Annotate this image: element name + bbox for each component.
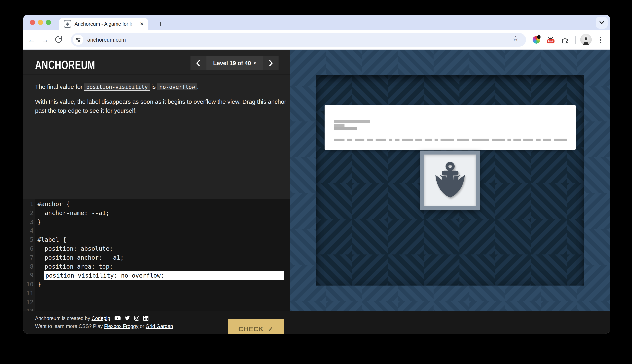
youtube-icon[interactable] bbox=[115, 316, 121, 320]
instagram-icon[interactable] bbox=[134, 316, 139, 321]
game-panel bbox=[290, 50, 610, 311]
line-number: 12 bbox=[23, 298, 34, 307]
browser-window: Anchoreum - A game for learn ✕ + ← → bbox=[23, 15, 610, 334]
next-level-button[interactable] bbox=[263, 56, 279, 70]
back-button[interactable]: ← bbox=[26, 35, 37, 45]
code-line: 4 bbox=[23, 226, 290, 235]
placeholder-dash bbox=[347, 138, 352, 141]
placeholder-dash bbox=[367, 138, 373, 141]
extension-with-na-badge-icon[interactable]: N/A bbox=[545, 35, 556, 45]
browser-tab[interactable]: Anchoreum - A game for learn ✕ bbox=[59, 18, 148, 30]
anchor-element[interactable] bbox=[420, 150, 480, 210]
code-line: 5 #label { bbox=[23, 235, 290, 244]
footer-credit-text: Anchoreum is created by Codepip bbox=[35, 316, 110, 321]
code-lines: 1 #anchor { 2 anchor-name: --a1; 3 } bbox=[23, 200, 290, 311]
close-window-button[interactable] bbox=[30, 20, 35, 25]
forward-button[interactable]: → bbox=[40, 35, 50, 45]
css-answer-input[interactable] bbox=[44, 271, 284, 280]
new-tab-button[interactable]: + bbox=[155, 19, 166, 29]
anchor-element-face bbox=[424, 154, 476, 206]
placeholder-text-bars bbox=[334, 118, 370, 130]
placeholder-dash bbox=[402, 138, 413, 141]
footer-learn-more-text: Want to learn more CSS? Play Flexbox Fro… bbox=[35, 324, 173, 329]
tab-close-icon[interactable]: ✕ bbox=[139, 21, 145, 27]
browser-toolbar: ← → anchoreum.com ☆ bbox=[23, 30, 610, 50]
check-icon: ✓ bbox=[268, 325, 274, 333]
code-text: position-area: top; bbox=[38, 262, 113, 271]
placeholder-dash bbox=[472, 138, 489, 141]
tab-title: Anchoreum - A game for learn bbox=[75, 21, 132, 27]
anchor-icon bbox=[433, 161, 468, 200]
p1-suffix: . bbox=[197, 84, 199, 90]
maximize-window-button[interactable] bbox=[46, 20, 51, 25]
bookmark-star-icon[interactable]: ☆ bbox=[512, 35, 518, 42]
line-number: 6 bbox=[23, 244, 34, 253]
linkedin-icon[interactable] bbox=[143, 316, 149, 321]
placeholder-dash bbox=[543, 138, 551, 141]
codepip-link[interactable]: Codepip bbox=[92, 316, 110, 321]
tab-strip: Anchoreum - A game for learn ✕ + bbox=[23, 15, 610, 30]
check-button[interactable]: CHECK ✓ bbox=[228, 320, 284, 334]
browser-menu-kebab-icon[interactable] bbox=[598, 35, 603, 45]
code-text: position: absolute; bbox=[38, 244, 113, 253]
code-term-position-visibility[interactable]: position-visibility bbox=[84, 84, 150, 91]
placeholder-bar bbox=[334, 120, 370, 123]
placeholder-dash bbox=[492, 138, 505, 141]
code-text: } bbox=[38, 218, 41, 226]
check-label: CHECK bbox=[239, 325, 264, 333]
code-text: #label { bbox=[38, 235, 66, 244]
code-text: anchor-name: --a1; bbox=[38, 209, 109, 218]
placeholder-bar bbox=[334, 127, 357, 130]
flexbox-froggy-link[interactable]: Flexbox Froggy bbox=[104, 324, 138, 329]
code-text: position-anchor: --a1; bbox=[38, 253, 124, 262]
placeholder-dash bbox=[415, 138, 422, 141]
placeholder-dash bbox=[536, 138, 540, 141]
tab-title-fade bbox=[125, 20, 136, 28]
line-number: 7 bbox=[23, 253, 34, 262]
url-text[interactable]: anchoreum.com bbox=[87, 37, 126, 43]
site-settings-icon[interactable] bbox=[73, 35, 83, 45]
line-number: 10 bbox=[23, 280, 34, 289]
minimize-window-button[interactable] bbox=[38, 20, 43, 25]
placeholder-dash bbox=[389, 138, 392, 141]
placeholder-dash bbox=[457, 138, 469, 141]
level-navigation: Level 19 of 40 ▾ bbox=[191, 56, 279, 70]
site-footer: Anchoreum is created by Codepip Want to … bbox=[23, 311, 610, 334]
toolbar-divider bbox=[575, 36, 576, 44]
code-editor[interactable]: 1 #anchor { 2 anchor-name: --a1; 3 } bbox=[23, 199, 290, 311]
level-select-dropdown[interactable]: Level 19 of 40 ▾ bbox=[206, 56, 263, 70]
colorzilla-extension-icon[interactable] bbox=[531, 35, 541, 45]
code-line: 3 } bbox=[23, 218, 290, 226]
header-divider bbox=[23, 74, 290, 75]
address-bar[interactable]: anchoreum.com bbox=[71, 33, 526, 46]
profile-avatar[interactable] bbox=[580, 34, 592, 46]
previous-level-button[interactable] bbox=[191, 56, 206, 70]
grid-garden-link[interactable]: Grid Garden bbox=[146, 324, 173, 329]
extensions-puzzle-icon[interactable] bbox=[560, 35, 570, 45]
line-number: 2 bbox=[23, 209, 34, 218]
code-line: 10 } bbox=[23, 280, 290, 289]
code-text: #anchor { bbox=[38, 200, 70, 209]
placeholder-dash bbox=[507, 138, 511, 141]
line-number: 1 bbox=[23, 200, 34, 209]
twitter-icon[interactable] bbox=[125, 316, 130, 320]
reload-button[interactable] bbox=[54, 35, 63, 46]
tab-search-chevron-icon[interactable] bbox=[596, 17, 608, 29]
placeholder-bar bbox=[334, 124, 344, 127]
line-number: 4 bbox=[23, 226, 34, 235]
na-badge: N/A bbox=[547, 39, 554, 44]
code-line: 7 position-anchor: --a1; bbox=[23, 253, 290, 262]
label-element bbox=[325, 105, 576, 150]
p1-mid: is bbox=[150, 84, 157, 90]
line-number: 9 bbox=[23, 271, 34, 280]
line-number: 13 bbox=[23, 307, 34, 311]
placeholder-dash bbox=[395, 138, 399, 141]
placeholder-dash bbox=[334, 138, 344, 141]
instruction-paragraph-2: With this value, the label disappears as… bbox=[35, 97, 292, 115]
line-number: 3 bbox=[23, 218, 34, 226]
placeholder-dash bbox=[513, 138, 521, 141]
desktop-background: Anchoreum - A game for learn ✕ + ← → bbox=[0, 0, 632, 364]
anchoreum-logo: ANCHOREUM bbox=[35, 58, 95, 72]
game-board bbox=[316, 75, 584, 286]
code-line: 11 bbox=[23, 289, 290, 298]
